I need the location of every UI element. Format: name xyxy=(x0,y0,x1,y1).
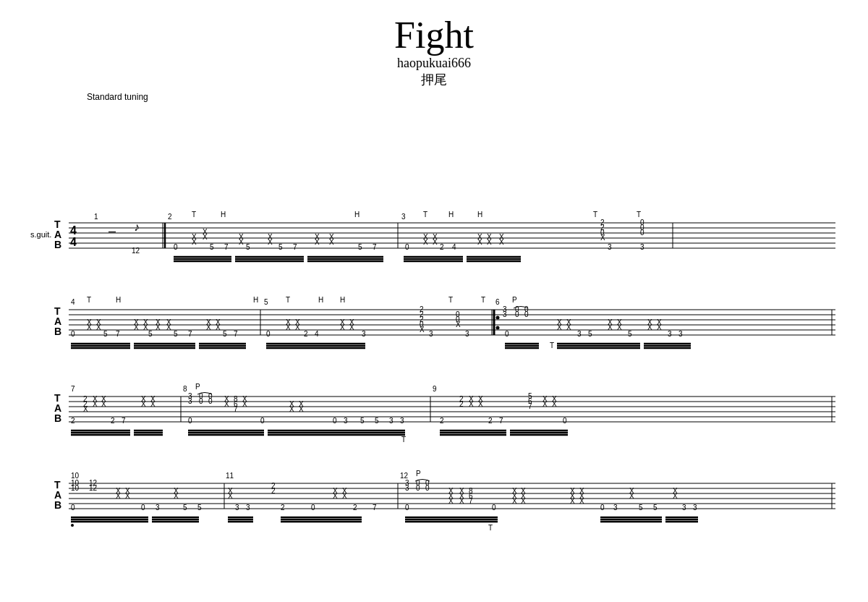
svg-text:7: 7 xyxy=(373,243,377,251)
tab-container: s.guit. T A B 4 4 1 – ♪ 12 2 xyxy=(29,103,839,598)
svg-text:0: 0 xyxy=(141,504,145,512)
svg-text:5: 5 xyxy=(197,504,202,512)
svg-text:X: X xyxy=(469,400,474,408)
svg-text:0: 0 xyxy=(199,397,203,405)
svg-text:4: 4 xyxy=(71,298,75,306)
svg-text:X: X xyxy=(552,400,557,408)
svg-text:5: 5 xyxy=(628,330,632,338)
svg-text:X: X xyxy=(617,318,622,326)
svg-text:X: X xyxy=(228,492,233,500)
svg-text:0: 0 xyxy=(266,330,271,338)
svg-text:3: 3 xyxy=(503,310,507,318)
svg-text:0: 0 xyxy=(425,484,430,492)
svg-text:X: X xyxy=(87,318,92,326)
svg-text:X: X xyxy=(315,233,320,241)
svg-text:X: X xyxy=(156,318,161,326)
svg-text:7: 7 xyxy=(234,405,238,413)
svg-text:T: T xyxy=(448,296,453,304)
svg-text:7: 7 xyxy=(122,417,126,425)
svg-text:H: H xyxy=(318,296,323,304)
svg-text:3: 3 xyxy=(235,504,239,512)
svg-text:9: 9 xyxy=(433,385,437,393)
svg-text:X: X xyxy=(521,497,526,505)
svg-text:3: 3 xyxy=(465,330,469,338)
svg-text:0: 0 xyxy=(505,330,509,338)
svg-text:X: X xyxy=(570,497,575,505)
svg-text:3: 3 xyxy=(401,213,406,221)
svg-text:7: 7 xyxy=(188,330,192,338)
svg-text:X: X xyxy=(101,400,106,408)
svg-text:X: X xyxy=(433,233,438,241)
svg-text:X: X xyxy=(134,318,139,326)
svg-text:X: X xyxy=(342,492,347,500)
svg-text:P: P xyxy=(195,383,200,391)
svg-text:X: X xyxy=(150,400,156,408)
svg-text:2: 2 xyxy=(71,417,75,425)
svg-text:4: 4 xyxy=(452,243,456,251)
svg-text:12: 12 xyxy=(89,484,98,492)
svg-text:3: 3 xyxy=(640,243,644,251)
svg-text:0: 0 xyxy=(515,310,519,318)
svg-text:7: 7 xyxy=(293,243,297,251)
svg-text:5: 5 xyxy=(148,330,153,338)
svg-text:X: X xyxy=(557,318,562,326)
svg-text:X: X xyxy=(295,318,300,326)
svg-text:X: X xyxy=(487,233,492,241)
svg-text:T: T xyxy=(192,211,196,219)
svg-text:5: 5 xyxy=(358,243,362,251)
svg-text:♪: ♪ xyxy=(134,221,140,233)
svg-text:B: B xyxy=(54,239,61,250)
svg-text:3: 3 xyxy=(678,330,683,338)
svg-text:5: 5 xyxy=(588,330,592,338)
svg-text:4: 4 xyxy=(315,330,319,338)
svg-text:H: H xyxy=(448,211,454,219)
song-subtitle: 押尾 xyxy=(29,71,839,88)
svg-text:2: 2 xyxy=(488,417,493,425)
svg-text:5: 5 xyxy=(223,330,227,338)
svg-text:12: 12 xyxy=(132,247,140,255)
svg-text:3: 3 xyxy=(362,330,366,338)
tuning-label: Standard tuning xyxy=(87,92,839,102)
svg-text:0: 0 xyxy=(71,330,75,338)
svg-text:s.guit.: s.guit. xyxy=(30,230,51,239)
svg-text:7: 7 xyxy=(499,417,503,425)
svg-text:3: 3 xyxy=(693,504,697,512)
svg-text:X: X xyxy=(340,318,345,326)
svg-text:T: T xyxy=(550,342,554,349)
svg-text:H: H xyxy=(221,211,226,219)
svg-text:7: 7 xyxy=(116,330,120,338)
svg-text:3: 3 xyxy=(405,484,409,492)
svg-text:4: 4 xyxy=(70,236,77,248)
svg-text:7: 7 xyxy=(373,504,377,512)
svg-text:T: T xyxy=(423,211,427,219)
svg-text:0: 0 xyxy=(71,504,75,512)
svg-text:7: 7 xyxy=(528,402,532,410)
svg-text:X: X xyxy=(93,400,98,408)
svg-text:3: 3 xyxy=(577,330,582,338)
svg-text:X: X xyxy=(456,321,461,328)
svg-text:H: H xyxy=(116,296,121,304)
svg-text:7: 7 xyxy=(234,330,238,338)
svg-text:B: B xyxy=(54,499,61,511)
svg-text:X: X xyxy=(478,400,483,408)
svg-text:X: X xyxy=(423,233,428,241)
svg-text:X: X xyxy=(459,497,464,505)
svg-point-384 xyxy=(71,524,74,527)
page: Fight haopukuai666 押尾 Standard tuning s.… xyxy=(0,0,868,602)
svg-text:2: 2 xyxy=(271,487,276,495)
svg-text:X: X xyxy=(673,492,678,500)
svg-text:3: 3 xyxy=(246,504,250,512)
svg-text:7: 7 xyxy=(224,243,229,251)
svg-text:5: 5 xyxy=(103,330,108,338)
svg-text:0: 0 xyxy=(416,484,420,492)
svg-text:2: 2 xyxy=(459,400,464,408)
svg-text:X: X xyxy=(192,233,197,241)
svg-text:0: 0 xyxy=(333,417,337,425)
svg-text:0: 0 xyxy=(492,504,496,512)
svg-point-155 xyxy=(496,316,500,320)
svg-text:X: X xyxy=(174,492,179,500)
svg-text:X: X xyxy=(512,497,517,505)
svg-text:T: T xyxy=(401,436,406,444)
svg-text:X: X xyxy=(647,318,652,326)
svg-text:10: 10 xyxy=(71,484,80,492)
